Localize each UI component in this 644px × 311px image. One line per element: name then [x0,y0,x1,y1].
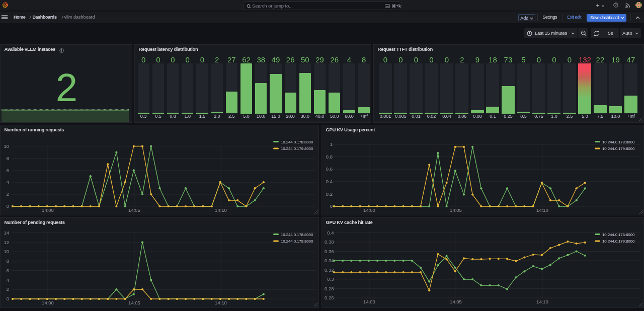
svg-text:8: 8 [7,258,9,264]
svg-text:0: 0 [7,296,9,301]
svg-text:14: 14 [4,230,9,236]
svg-text:14:00: 14:00 [42,207,54,213]
svg-text:0.32: 0.32 [325,267,334,273]
svg-text:14:05: 14:05 [128,207,140,213]
svg-text:0.26: 0.26 [325,295,334,300]
svg-text:10: 10 [4,143,9,149]
svg-text:0.6: 0.6 [326,166,333,172]
svg-text:0.2: 0.2 [326,191,333,197]
svg-text:0.3: 0.3 [327,276,334,282]
svg-text:14:00: 14:00 [363,299,375,304]
svg-text:4: 4 [7,179,9,185]
svg-text:0.4: 0.4 [326,179,333,184]
svg-text:14:00: 14:00 [363,207,375,213]
svg-text:4: 4 [7,277,9,283]
svg-text:10.244.0.178:8000: 10.244.0.178:8000 [281,232,313,237]
svg-text:14:00: 14:00 [42,300,54,305]
svg-text:0: 0 [7,203,9,209]
svg-text:12: 12 [4,240,9,245]
svg-text:0.4: 0.4 [327,230,334,236]
svg-text:10.244.0.179:8000: 10.244.0.179:8000 [602,239,635,244]
svg-text:14:05: 14:05 [128,300,140,305]
svg-text:14:10: 14:10 [536,299,548,304]
svg-text:14:05: 14:05 [450,299,462,304]
svg-text:10.244.0.178:8000: 10.244.0.178:8000 [281,140,313,144]
svg-text:0: 0 [330,203,333,209]
svg-text:0.36: 0.36 [325,249,334,254]
svg-text:2: 2 [7,191,9,197]
svg-text:14:10: 14:10 [215,207,227,213]
svg-text:10.244.0.179:8000: 10.244.0.179:8000 [281,239,313,244]
svg-text:2: 2 [7,286,9,292]
svg-text:14:10: 14:10 [215,300,227,305]
svg-text:10.244.0.178:8000: 10.244.0.178:8000 [602,232,635,237]
svg-text:10.244.0.179:8000: 10.244.0.179:8000 [281,146,313,151]
svg-text:14:05: 14:05 [450,207,462,213]
svg-text:0.8: 0.8 [326,154,333,160]
svg-text:10: 10 [4,249,9,254]
svg-text:10.244.0.179:8000: 10.244.0.179:8000 [602,146,635,151]
svg-text:14:10: 14:10 [536,207,548,213]
svg-text:?: ? [615,3,617,7]
svg-text:6: 6 [7,268,9,273]
svg-text:10.244.0.178:8000: 10.244.0.178:8000 [602,140,635,144]
svg-text:0.34: 0.34 [325,258,334,263]
svg-text:0.28: 0.28 [325,286,334,291]
svg-text:0.38: 0.38 [325,239,334,245]
svg-text:8: 8 [7,156,9,161]
svg-text:1: 1 [330,141,333,147]
svg-text:6: 6 [7,168,9,173]
